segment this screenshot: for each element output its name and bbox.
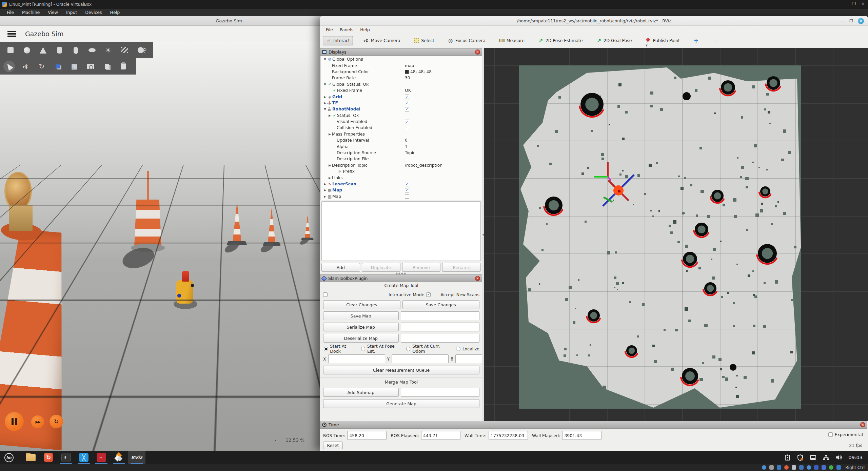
tool-plus[interactable]: + xyxy=(690,36,702,45)
tree-row-fixed-frame[interactable]: ✓Fixed FrameOK xyxy=(321,87,482,94)
vbox-menu-devices[interactable]: Devices xyxy=(82,9,105,16)
tree-row-map[interactable]: ▶▦Map xyxy=(321,193,482,200)
tree-row-status-ok[interactable]: ▶✓Status: Ok xyxy=(321,112,482,119)
chevron-right-icon[interactable]: ▶ xyxy=(328,176,332,180)
tree-value[interactable]: 1 xyxy=(405,144,408,149)
radio-button[interactable] xyxy=(456,347,460,351)
reset-button[interactable]: ↻ xyxy=(50,415,63,428)
serialize-map-button[interactable]: Serialize Map xyxy=(323,323,399,331)
deserialize-map-button[interactable]: Deserialize Map xyxy=(323,334,399,343)
clipboard-icon[interactable] xyxy=(784,454,791,461)
rviz-minimize-button[interactable]: — xyxy=(841,18,845,24)
rviz-titlebar[interactable]: /home/smpate111/ros2_ws/src/mobile_robot… xyxy=(320,16,868,26)
step-button[interactable]: ▶▶ xyxy=(31,415,44,428)
enabled-checkbox[interactable]: ✓ xyxy=(405,188,409,192)
chevron-right-icon[interactable]: ▶ xyxy=(323,188,327,192)
time-panel-header[interactable]: Time ✕ xyxy=(320,421,867,429)
tool-measure[interactable]: Measure xyxy=(496,36,528,45)
vbox-status-audio-icon[interactable] xyxy=(777,465,781,470)
add-submap-button[interactable]: Add Submap xyxy=(323,388,399,397)
chevron-right-icon[interactable]: ▶ xyxy=(323,95,327,99)
enabled-checkbox[interactable] xyxy=(405,126,409,130)
tree-row-description-source[interactable]: Description SourceTopic xyxy=(321,150,482,156)
enabled-checkbox[interactable] xyxy=(405,194,409,199)
rename-button[interactable]: Rename xyxy=(442,263,481,272)
time-field-input[interactable] xyxy=(489,431,528,440)
zoom-prev-icon[interactable]: ‹ xyxy=(275,437,277,443)
tree-row-collision-enabled[interactable]: Collision Enabled xyxy=(321,125,482,131)
tree-row-visual-enabled[interactable]: Visual Enabled✓ xyxy=(321,119,482,125)
chevron-down-icon[interactable]: ▼ xyxy=(323,107,327,111)
add-submap-input[interactable] xyxy=(401,388,480,397)
taskbar-app-terminal[interactable]: $_ xyxy=(57,451,75,464)
chevron-right-icon[interactable]: ▶ xyxy=(328,114,332,117)
tool-select[interactable]: Select xyxy=(411,36,437,45)
serialize-map-input[interactable] xyxy=(401,323,480,331)
left-checkbox[interactable] xyxy=(323,292,328,297)
volume-icon[interactable] xyxy=(835,454,842,461)
sphere-tool[interactable] xyxy=(21,44,33,56)
chevron-right-icon[interactable]: ▶ xyxy=(328,164,332,167)
tool-2d-goal-pose[interactable]: ↗2D Goal Pose xyxy=(593,36,635,45)
ellipsoid-tool[interactable] xyxy=(86,44,98,56)
vbox-status-vbox-logo-icon[interactable] xyxy=(822,465,826,470)
tree-row-tf[interactable]: ▶TF✓ xyxy=(321,100,482,106)
select-tool[interactable] xyxy=(3,61,15,72)
tool-move-camera[interactable]: Move Camera xyxy=(360,36,403,45)
pause-button[interactable] xyxy=(5,412,24,431)
clear-measurement-queue-button[interactable]: Clear Measurement Queue xyxy=(323,366,479,374)
box-tool[interactable] xyxy=(5,44,16,56)
rviz-3d-view[interactable] xyxy=(484,48,868,421)
tree-value[interactable]: /robot_description xyxy=(405,163,442,168)
tool-2d-pose-estimate[interactable]: ↗2D Pose Estimate xyxy=(535,36,586,45)
vbox-menu-machine[interactable]: Machine xyxy=(19,9,43,16)
taskbar-app-gazebo[interactable] xyxy=(110,451,128,464)
copy-tool[interactable] xyxy=(101,61,113,72)
tree-row-fixed-frame[interactable]: Fixed Framemap xyxy=(321,62,482,68)
rviz-maximize-button[interactable]: ❐ xyxy=(849,18,853,24)
toolbar-overflow-icon[interactable]: ▼ xyxy=(646,44,648,47)
tree-row-frame-rate[interactable]: Frame Rate30 xyxy=(321,75,482,81)
tree-row-alpha[interactable]: Alpha1 xyxy=(321,143,482,149)
vbox-minimize-button[interactable]: — xyxy=(843,1,847,6)
tree-row-map[interactable]: ▶▦Map✓ xyxy=(321,187,482,193)
rotate-tool[interactable]: ↻ xyxy=(36,61,47,72)
pose-input-x[interactable] xyxy=(328,354,385,363)
directional-light-tool[interactable] xyxy=(119,44,130,56)
rviz-menu-panels[interactable]: Panels xyxy=(337,26,356,33)
screenshot-tool[interactable] xyxy=(85,61,96,72)
cone-tool[interactable] xyxy=(37,44,49,56)
time-field-input[interactable] xyxy=(421,431,460,440)
taskbar-app-files[interactable] xyxy=(22,451,40,464)
tool-interact[interactable]: ☝Interact xyxy=(323,36,353,45)
enabled-checkbox[interactable]: ✓ xyxy=(405,107,409,111)
taskbar-app-terminal-red[interactable]: >_ xyxy=(93,451,110,464)
vbox-close-button[interactable]: ✕ xyxy=(861,1,865,6)
interactive-mode-checkbox[interactable]: ✓ xyxy=(426,292,431,297)
radio-start-at-pose-est-[interactable]: Start At Pose Est. xyxy=(361,344,401,354)
time-field-input[interactable] xyxy=(562,431,601,440)
tree-value[interactable]: 0 xyxy=(405,138,408,143)
displays-panel-header[interactable]: Displays ✕ xyxy=(320,48,482,56)
vbox-status-network-adapter-icon[interactable] xyxy=(784,465,789,470)
rviz-close-button[interactable]: ✕ xyxy=(858,18,864,24)
radio-localize[interactable]: Localize xyxy=(456,346,479,351)
slam-panel-header[interactable]: SlamToolboxPlugin ✕ xyxy=(320,274,482,282)
tool-minus[interactable]: − xyxy=(709,36,721,45)
tree-row-laserscan[interactable]: ▶∿LaserScan✓ xyxy=(321,181,482,187)
taskbar-app-mint-menu[interactable]: lm xyxy=(0,451,18,464)
save-map-button[interactable]: Save Map xyxy=(323,311,399,320)
reset-button[interactable]: Reset xyxy=(323,442,343,449)
point-light-tool[interactable]: ☀ xyxy=(102,44,114,56)
displays-close-icon[interactable]: ✕ xyxy=(475,49,480,55)
panel-splitter-handle[interactable]: ●●●● xyxy=(320,272,482,274)
time-field-input[interactable] xyxy=(347,431,387,440)
translate-tool[interactable] xyxy=(20,61,31,72)
tree-column-divider[interactable] xyxy=(402,56,402,200)
tree-row-background-color[interactable]: Background Color48; 48; 48 xyxy=(321,69,482,75)
tree-row-tf-prefix[interactable]: TF Prefix xyxy=(321,168,482,175)
slam-close-icon[interactable]: ✕ xyxy=(475,276,480,281)
tree-value[interactable]: OK xyxy=(405,88,411,93)
taskbar-app-firefox[interactable]: ↻ xyxy=(40,451,57,464)
tree-row-global-status-ok[interactable]: ▼✓Global Status: Ok xyxy=(321,81,482,87)
